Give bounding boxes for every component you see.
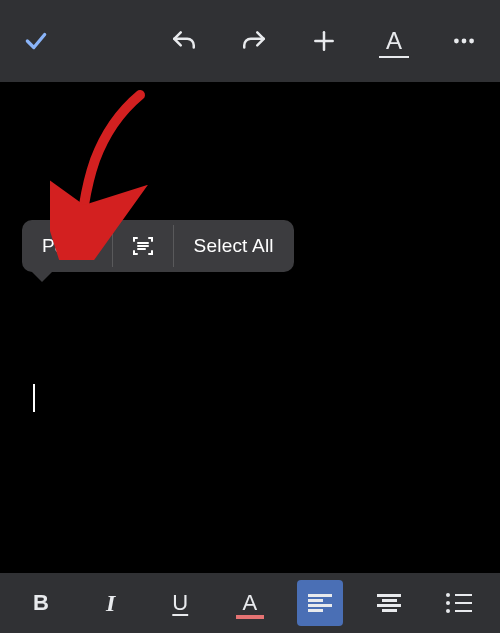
top-toolbar-right-group: A [166, 23, 490, 59]
scan-text-icon [131, 234, 155, 258]
align-center-button[interactable] [366, 580, 412, 626]
check-icon [23, 28, 49, 54]
underline-button[interactable]: U [157, 580, 203, 626]
paste-label: Paste [42, 235, 92, 257]
redo-button[interactable] [236, 23, 272, 59]
italic-button[interactable]: I [88, 580, 134, 626]
text-format-button[interactable]: A [376, 23, 412, 59]
select-all-label: Select All [194, 235, 274, 257]
text-cursor [33, 384, 35, 412]
more-button[interactable] [446, 23, 482, 59]
italic-icon: I [106, 591, 115, 615]
align-left-icon [308, 594, 332, 612]
scan-text-menu-item[interactable] [113, 220, 173, 272]
text-color-underline [236, 615, 264, 619]
bulleted-list-icon [446, 593, 472, 613]
redo-icon [241, 28, 267, 54]
text-format-icon: A [380, 27, 408, 55]
svg-point-3 [462, 39, 467, 44]
done-button[interactable] [18, 23, 54, 59]
document-editor-area[interactable] [0, 82, 500, 573]
paste-menu-item[interactable]: Paste [22, 220, 112, 272]
top-toolbar-left-group [10, 23, 54, 59]
underline-icon: U [172, 590, 188, 616]
top-toolbar: A [0, 0, 500, 82]
select-all-menu-item[interactable]: Select All [174, 220, 294, 272]
more-horizontal-icon [451, 28, 477, 54]
text-color-button[interactable]: A [227, 580, 273, 626]
text-format-underline [379, 56, 409, 59]
align-left-button[interactable] [297, 580, 343, 626]
bottom-format-toolbar: B I U A [0, 573, 500, 633]
svg-point-2 [454, 39, 459, 44]
text-color-glyph: A [243, 590, 258, 616]
context-menu: Paste Select All [22, 220, 294, 272]
add-button[interactable] [306, 23, 342, 59]
svg-point-4 [469, 39, 474, 44]
bold-button[interactable]: B [18, 580, 64, 626]
undo-icon [171, 28, 197, 54]
plus-icon [311, 28, 337, 54]
bold-icon: B [33, 592, 49, 614]
bulleted-list-button[interactable] [436, 580, 482, 626]
align-center-icon [377, 594, 401, 612]
text-color-icon: A [236, 589, 264, 617]
undo-button[interactable] [166, 23, 202, 59]
text-format-glyph: A [386, 29, 402, 53]
context-menu-callout [32, 272, 52, 282]
